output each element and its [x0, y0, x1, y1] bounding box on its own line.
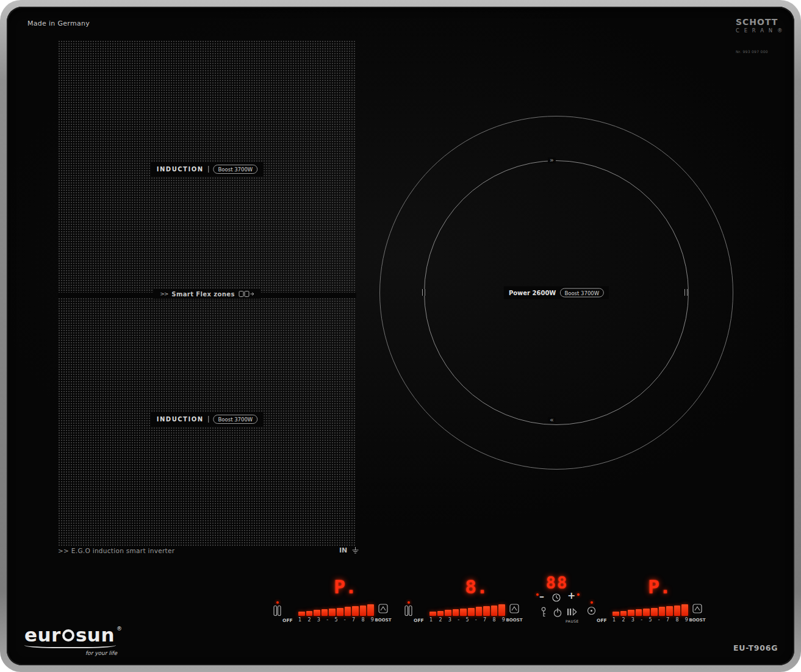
flex-zone-top-label: INDUCTION Boost 3700W	[151, 162, 264, 176]
scale-number: 2	[307, 617, 311, 623]
scale-number: 1	[429, 617, 433, 623]
power-scale: 123-5-789	[429, 617, 505, 623]
slider-segment	[337, 608, 343, 617]
boost-icon[interactable]	[692, 604, 702, 613]
ring-mark-left	[422, 289, 425, 296]
power-slider[interactable]	[429, 600, 505, 616]
scale-number: -	[641, 617, 642, 623]
boost-label: BOOST	[373, 618, 393, 623]
scale-number: 1	[298, 617, 301, 623]
slider-segment	[437, 611, 444, 616]
in-label: IN	[339, 546, 347, 554]
slider-segment	[491, 606, 498, 616]
timer-plus-dot	[577, 593, 580, 596]
logo-text-pre: eur	[24, 626, 61, 645]
scale-number: 3	[631, 617, 634, 623]
power-slider[interactable]	[298, 600, 374, 616]
ceran-logo-text: C E R A N ®	[736, 27, 785, 34]
slider-segment	[314, 610, 320, 616]
slider-segment	[329, 609, 336, 616]
slider-segment	[659, 607, 666, 616]
slider-segment	[468, 608, 475, 617]
boost-label: BOOST	[687, 618, 708, 623]
scale-number: 2	[622, 617, 625, 623]
schott-logo-text: SCHOTT	[736, 17, 785, 27]
scale-number: 8	[675, 617, 678, 623]
slider-segment	[476, 607, 483, 616]
slider-segment	[620, 611, 627, 616]
slider-segment	[298, 612, 305, 616]
boost-label: BOOST	[504, 618, 525, 623]
flex-zone-select-icon[interactable]	[404, 605, 413, 617]
induction-cooktop: Made in Germany SCHOTT C E R A N ® Nr. 9…	[0, 0, 801, 672]
eurosun-logo: eur sun ® for your life	[24, 626, 122, 656]
boost-rating-badge: Boost 3700W	[214, 415, 258, 424]
round-zone-select-icon[interactable]	[587, 605, 596, 617]
power-on-off-icon[interactable]	[553, 607, 562, 618]
flex-zone-bottom[interactable]: INDUCTION Boost 3700W	[58, 298, 356, 546]
chevrons: >>	[160, 291, 168, 297]
scale-number: 3	[448, 617, 451, 623]
slider-segment	[360, 606, 367, 616]
scale-number: 2	[439, 617, 442, 623]
scale-number: -	[458, 617, 459, 623]
schott-ceran-logo: SCHOTT C E R A N ® Nr. 993 097 000	[736, 17, 785, 54]
slider-segment	[483, 606, 490, 616]
flex-zone-bottom-label: INDUCTION Boost 3700W	[151, 412, 264, 426]
slider-segment	[345, 607, 351, 616]
power-scale: 123-5-789	[612, 617, 688, 623]
flex-zone-select-icon[interactable]	[273, 605, 282, 617]
flex-zone-top[interactable]: INDUCTION Boost 3700W	[58, 40, 356, 293]
scale-number: 8	[361, 617, 364, 623]
scale-number: 3	[317, 617, 320, 623]
timer-minus-button[interactable]: –	[539, 590, 544, 602]
smart-flex-label-row: >> Smart Flex zones	[58, 289, 356, 299]
clock-icon	[551, 593, 561, 602]
pause-label: PAUSE	[562, 619, 582, 623]
power-level-display: 8.	[461, 576, 492, 598]
slider-segment	[306, 611, 313, 616]
zone-control-middle: 8. OFF 123-5-789 BOOST	[401, 573, 526, 625]
brand-tagline: for your life	[24, 650, 117, 656]
timer-plus-button[interactable]: +	[567, 590, 575, 601]
zone-control-right: P. OFF 123-5-789 BOOST	[584, 573, 709, 625]
scale-number: -	[475, 617, 477, 623]
child-lock-key-icon[interactable]	[539, 607, 548, 618]
scale-number: 7	[666, 617, 669, 623]
slider-segment	[352, 606, 359, 616]
smart-flex-label: Smart Flex zones	[171, 291, 234, 298]
slider-segment	[453, 609, 459, 616]
power-slider[interactable]	[612, 600, 688, 616]
slider-segment	[321, 609, 328, 616]
off-label: OFF	[414, 618, 424, 623]
boost-rating-badge: Boost 3700W	[559, 288, 604, 298]
scale-number: -	[344, 617, 346, 623]
slider-segment	[651, 608, 658, 617]
slider-segment	[429, 612, 436, 616]
slider-segment	[628, 610, 634, 616]
power-rating: Power 2600W	[509, 290, 556, 296]
slider-segment	[367, 604, 374, 616]
boost-icon[interactable]	[509, 604, 519, 613]
logo-text-post: sun	[76, 626, 115, 645]
round-zone-label: Power 2600W Boost 3700W	[504, 287, 609, 299]
pause-icon[interactable]	[566, 607, 578, 617]
scale-number: 7	[352, 617, 355, 623]
scale-number: -	[658, 617, 660, 623]
slider-segment	[636, 609, 642, 616]
serial-number: Nr. 993 097 000	[736, 49, 785, 54]
slider-segment	[681, 604, 688, 616]
ring-mark-top: »	[548, 157, 556, 163]
zone-name: INDUCTION	[157, 416, 209, 423]
timer-control: 88 – + PAUSE	[534, 570, 581, 626]
ground-icon	[351, 546, 359, 554]
slider-segment	[445, 610, 451, 616]
made-in-label: Made in Germany	[27, 20, 90, 27]
off-label: OFF	[597, 618, 607, 623]
power-level-display: P.	[644, 576, 675, 598]
slider-segment	[666, 606, 673, 616]
zone-control-left: P. OFF 123-5-789 BOOST	[270, 573, 395, 625]
slider-segment	[612, 612, 619, 616]
model-number: EU-T906G	[733, 643, 778, 652]
boost-icon[interactable]	[378, 604, 388, 613]
